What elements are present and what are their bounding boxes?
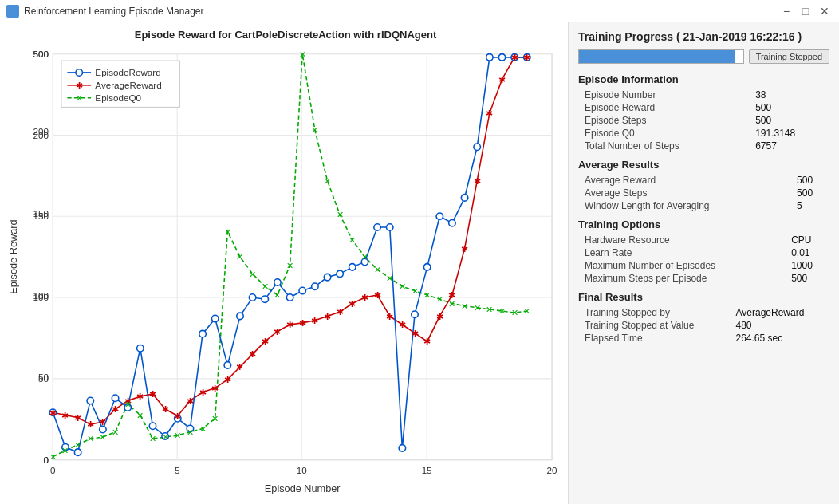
svg-text:✕: ✕: [87, 434, 94, 443]
svg-point-57: [399, 445, 405, 451]
svg-text:✱: ✱: [87, 419, 94, 429]
svg-text:✱: ✱: [511, 53, 518, 62]
svg-text:✕: ✕: [511, 308, 518, 317]
svg-text:✱: ✱: [399, 320, 406, 329]
svg-point-52: [337, 270, 343, 277]
svg-text:500: 500: [33, 49, 49, 59]
table-row: Episode Number 38: [578, 89, 829, 101]
progress-bar-row: Training Stopped: [578, 49, 829, 64]
episode-steps-value: 500: [752, 114, 829, 127]
x-axis-label: Episode Number: [265, 482, 341, 494]
svg-text:✕: ✕: [236, 252, 243, 262]
svg-point-41: [199, 330, 206, 337]
elapsed-time-label: Elapsed Time: [578, 332, 733, 345]
svg-text:✕: ✕: [486, 305, 493, 314]
close-button[interactable]: ✕: [817, 3, 833, 19]
svg-text:✕: ✕: [199, 424, 207, 434]
svg-text:✱: ✱: [61, 411, 69, 420]
window-length-value: 5: [794, 199, 829, 212]
table-row: Training Stopped at Value 480: [578, 319, 829, 332]
svg-point-50: [312, 283, 318, 289]
svg-text:✕: ✕: [399, 282, 406, 292]
svg-text:✱: ✱: [423, 337, 431, 346]
episode-info-header: Episode Information: [578, 73, 829, 85]
total-steps-label: Total Number of Steps: [578, 140, 752, 152]
total-steps-value: 6757: [752, 140, 829, 152]
svg-point-51: [324, 274, 330, 280]
progress-bar-fill: [579, 50, 735, 63]
training-stopped-button[interactable]: Training Stopped: [749, 49, 829, 64]
svg-text:✕: ✕: [124, 400, 132, 409]
title-bar: Reinforcement Learning Episode Manager −…: [0, 0, 839, 22]
chart-svg: 0 50 100 150 200 500 0 50 100 150 200 50…: [6, 44, 565, 504]
svg-point-31: [74, 449, 81, 455]
svg-point-148: [76, 69, 82, 76]
table-row: Average Steps 500: [578, 187, 829, 199]
minimize-button[interactable]: −: [778, 3, 794, 19]
svg-text:20: 20: [547, 465, 557, 475]
svg-text:200: 200: [33, 126, 49, 136]
svg-text:✱: ✱: [236, 362, 243, 372]
svg-point-32: [87, 397, 93, 404]
svg-text:✕: ✕: [76, 93, 83, 103]
svg-text:✕: ✕: [61, 446, 69, 455]
svg-text:150: 150: [33, 208, 49, 219]
svg-text:0: 0: [50, 465, 56, 475]
svg-text:✕: ✕: [112, 427, 119, 437]
svg-point-58: [412, 311, 418, 317]
svg-text:AverageReward: AverageReward: [95, 80, 161, 90]
svg-text:✱: ✱: [136, 392, 144, 401]
svg-text:✱: ✱: [486, 108, 493, 118]
training-options-table: Hardware Resource CPU Learn Rate 0.01 Ma…: [578, 234, 829, 285]
chart-title: Episode Reward for CartPoleDiscreteActio…: [6, 29, 565, 41]
stopped-by-label: Training Stopped by: [578, 306, 733, 319]
svg-text:✕: ✕: [311, 125, 318, 135]
svg-text:✱: ✱: [361, 293, 368, 302]
svg-text:✱: ✱: [149, 389, 156, 399]
svg-text:✱: ✱: [274, 327, 281, 337]
svg-text:✱: ✱: [461, 244, 468, 254]
episode-q0-label: Episode Q0: [578, 127, 752, 140]
svg-point-62: [461, 195, 467, 201]
episode-reward-label: Episode Reward: [578, 101, 752, 114]
svg-point-59: [423, 264, 430, 270]
svg-text:✕: ✕: [448, 299, 455, 309]
svg-text:✱: ✱: [412, 329, 419, 338]
svg-text:✕: ✕: [436, 294, 443, 304]
episode-number-label: Episode Number: [578, 89, 752, 101]
app-icon: [6, 5, 19, 18]
svg-point-65: [498, 54, 505, 61]
svg-text:✱: ✱: [262, 337, 269, 346]
maximize-button[interactable]: □: [798, 3, 813, 19]
stopped-at-value: 480: [733, 319, 830, 332]
svg-text:✕: ✕: [274, 290, 281, 300]
svg-text:50: 50: [38, 372, 49, 382]
svg-text:✱: ✱: [199, 388, 207, 397]
window-length-label: Window Length for Averaging: [578, 199, 794, 212]
svg-point-46: [262, 296, 268, 302]
table-row: Episode Reward 500: [578, 101, 829, 114]
svg-point-36: [137, 345, 144, 351]
svg-text:✕: ✕: [249, 270, 256, 279]
svg-point-55: [374, 224, 380, 230]
avg-reward-value: 500: [794, 174, 829, 187]
svg-text:15: 15: [422, 465, 432, 475]
svg-text:✕: ✕: [374, 265, 381, 274]
svg-text:✕: ✕: [49, 452, 57, 462]
svg-text:✱: ✱: [187, 396, 194, 406]
avg-steps-value: 500: [794, 187, 829, 199]
avg-steps-label: Average Steps: [578, 187, 794, 199]
svg-text:✱: ✱: [311, 316, 318, 325]
svg-text:✕: ✕: [412, 286, 419, 296]
svg-point-48: [286, 294, 293, 301]
table-row: Training Stopped by AverageReward: [578, 306, 829, 319]
stopped-at-label: Training Stopped at Value: [578, 319, 733, 332]
svg-text:✱: ✱: [286, 320, 293, 329]
final-results-header: Final Results: [578, 291, 829, 303]
table-row: Learn Rate 0.01: [578, 246, 829, 259]
learn-rate-label: Learn Rate: [578, 246, 788, 259]
svg-text:✕: ✕: [523, 306, 530, 316]
final-results-table: Training Stopped by AverageReward Traini…: [578, 306, 829, 345]
max-episodes-value: 1000: [788, 259, 829, 272]
svg-text:✕: ✕: [136, 411, 144, 420]
